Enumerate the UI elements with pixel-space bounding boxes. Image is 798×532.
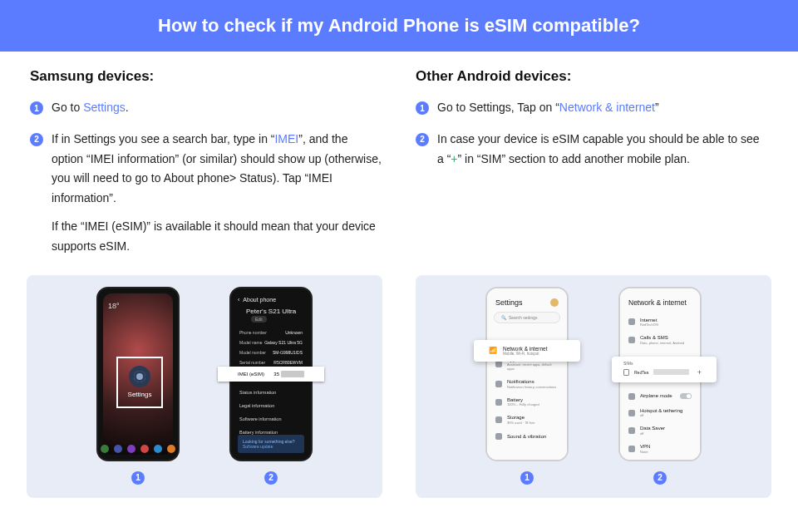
step-badge: 2 bbox=[416, 133, 429, 146]
caption-badge: 2 bbox=[264, 471, 278, 485]
step-text: Go to Settings, Tap on “Network & intern… bbox=[437, 98, 768, 118]
page-title: How to check if my Android Phone is eSIM… bbox=[158, 15, 640, 36]
samsung-gallery: 18° Settings 1 ‹About phone Peter's S21 … bbox=[27, 275, 382, 498]
phone-mock: 18° Settings bbox=[96, 287, 180, 461]
step-text: Go to Settings. bbox=[52, 98, 382, 118]
plus-icon: + bbox=[694, 368, 705, 377]
other-shot-1: Settings 🔍Search settings AppsAssistant,… bbox=[485, 287, 569, 485]
phone-mock: ‹About phone Peter's S21 UltraEdit Phone… bbox=[229, 287, 313, 461]
samsung-heading: Samsung devices: bbox=[30, 68, 382, 85]
avatar bbox=[550, 298, 559, 307]
page-header: How to check if my Android Phone is eSIM… bbox=[0, 0, 798, 52]
sim-icon bbox=[623, 369, 629, 376]
weather-widget: 18° bbox=[108, 302, 120, 310]
masked-value bbox=[653, 369, 689, 375]
samsung-shot-2: ‹About phone Peter's S21 UltraEdit Phone… bbox=[229, 287, 313, 485]
plus-keyword: + bbox=[451, 152, 457, 165]
phone-mock: Settings 🔍Search settings AppsAssistant,… bbox=[485, 287, 569, 461]
samsung-shot-1: 18° Settings 1 bbox=[96, 287, 180, 485]
other-step-2: 2 In case your device is eSIM capable yo… bbox=[416, 130, 768, 170]
search-hint: Looking for something else?Software upda… bbox=[238, 435, 304, 453]
step-text: In case your device is eSIM capable you … bbox=[437, 130, 768, 170]
edit-chip: Edit bbox=[251, 316, 267, 323]
settings-label: Settings bbox=[128, 391, 152, 398]
sims-highlight: SIMs RedTea + bbox=[612, 357, 717, 382]
imei-esim-highlight: IMEI (eSIM) 35 bbox=[218, 367, 324, 382]
other-heading: Other Android devices: bbox=[416, 68, 768, 85]
screenshot-galleries: 18° Settings 1 ‹About phone Peter's S21 … bbox=[0, 275, 798, 498]
caption-badge: 1 bbox=[520, 471, 534, 485]
samsung-step-2: 2 If in Settings you see a search bar, t… bbox=[30, 130, 382, 257]
samsung-column: Samsung devices: 1 Go to Settings. 2 If … bbox=[30, 68, 382, 268]
step-badge: 1 bbox=[416, 101, 429, 115]
caption-badge: 2 bbox=[653, 471, 667, 485]
phone-mock: Network & internet InternetRedTechOG Cal… bbox=[618, 287, 702, 461]
wifi-icon: 📶 bbox=[489, 347, 496, 354]
other-step-1: 1 Go to Settings, Tap on “Network & inte… bbox=[416, 98, 768, 118]
settings-app-highlight: Settings bbox=[116, 357, 163, 408]
step-text: If in Settings you see a search bar, typ… bbox=[52, 130, 382, 257]
masked-value bbox=[281, 371, 304, 377]
gear-icon bbox=[129, 366, 150, 387]
step-badge: 2 bbox=[30, 133, 43, 146]
search-input: 🔍Search settings bbox=[494, 312, 560, 323]
other-gallery: Settings 🔍Search settings AppsAssistant,… bbox=[416, 275, 771, 498]
imei-keyword: IMEI bbox=[274, 132, 298, 145]
step-badge: 1 bbox=[30, 101, 43, 115]
network-internet-keyword: Network & internet bbox=[559, 101, 655, 114]
dock bbox=[98, 445, 178, 453]
instruction-columns: Samsung devices: 1 Go to Settings. 2 If … bbox=[0, 52, 798, 268]
settings-keyword: Settings bbox=[83, 101, 126, 114]
network-internet-highlight: 📶 Network & internetMobile, Wi-Fi, hotsp… bbox=[474, 340, 580, 362]
caption-badge: 1 bbox=[131, 471, 145, 485]
other-column: Other Android devices: 1 Go to Settings,… bbox=[416, 68, 768, 268]
back-icon: ‹ bbox=[238, 297, 239, 303]
toggle-icon bbox=[680, 393, 692, 399]
other-shot-2: Network & internet InternetRedTechOG Cal… bbox=[618, 287, 702, 485]
samsung-step-1: 1 Go to Settings. bbox=[30, 98, 382, 118]
